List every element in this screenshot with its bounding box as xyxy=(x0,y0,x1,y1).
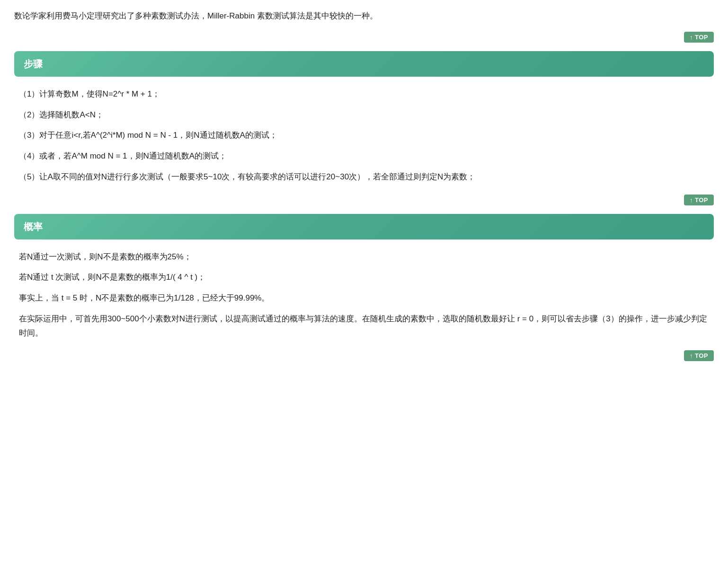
prob-section-content: 若N通过一次测试，则N不是素数的概率为25%； 若N通过 t 次测试，则N不是素… xyxy=(14,250,714,340)
top-button-1[interactable]: ↑ TOP xyxy=(684,32,714,43)
prob-item-2: 若N通过 t 次测试，则N不是素数的概率为1/( 4 ^ t )； xyxy=(19,270,709,284)
prob-section-header: 概率 xyxy=(14,214,714,239)
steps-section-header: 步骤 xyxy=(14,51,714,77)
intro-text: 数论学家利用费马小定理研究出了多种素数测试办法，Miller-Rabbin 素数… xyxy=(14,9,714,23)
prob-item-3: 事实上，当 t = 5 时，N不是素数的概率已为1/128，已经大于99.99%… xyxy=(19,291,709,305)
steps-section-title: 步骤 xyxy=(24,59,43,69)
prob-section-title: 概率 xyxy=(24,221,43,232)
step-item-5: （5）让A取不同的值对N进行行多次测试（一般要求5~10次，有较高要求的话可以进… xyxy=(19,170,709,184)
steps-section-content: （1）计算奇数M，使得N=2^r * M + 1； （2）选择随机数A<N； （… xyxy=(14,87,714,184)
step-item-3: （3）对于任意i<r,若A^(2^i*M) mod N = N - 1，则N通过… xyxy=(19,128,709,142)
step-item-1: （1）计算奇数M，使得N=2^r * M + 1； xyxy=(19,87,709,101)
step-item-2: （2）选择随机数A<N； xyxy=(19,108,709,122)
steps-section: 步骤 （1）计算奇数M，使得N=2^r * M + 1； （2）选择随机数A<N… xyxy=(14,51,714,184)
prob-item-4: 在实际运用中，可首先用300~500个小素数对N进行测试，以提高测试通过的概率与… xyxy=(19,312,709,340)
top-button-row-2: ↑ TOP xyxy=(14,195,714,205)
top-button-3[interactable]: ↑ TOP xyxy=(684,350,714,361)
prob-item-1: 若N通过一次测试，则N不是素数的概率为25%； xyxy=(19,250,709,264)
top-button-row-3: ↑ TOP xyxy=(14,350,714,361)
top-button-row-1: ↑ TOP xyxy=(14,32,714,43)
prob-section: 概率 若N通过一次测试，则N不是素数的概率为25%； 若N通过 t 次测试，则N… xyxy=(14,214,714,340)
top-button-2[interactable]: ↑ TOP xyxy=(684,195,714,205)
step-item-4: （4）或者，若A^M mod N = 1，则N通过随机数A的测试； xyxy=(19,149,709,163)
